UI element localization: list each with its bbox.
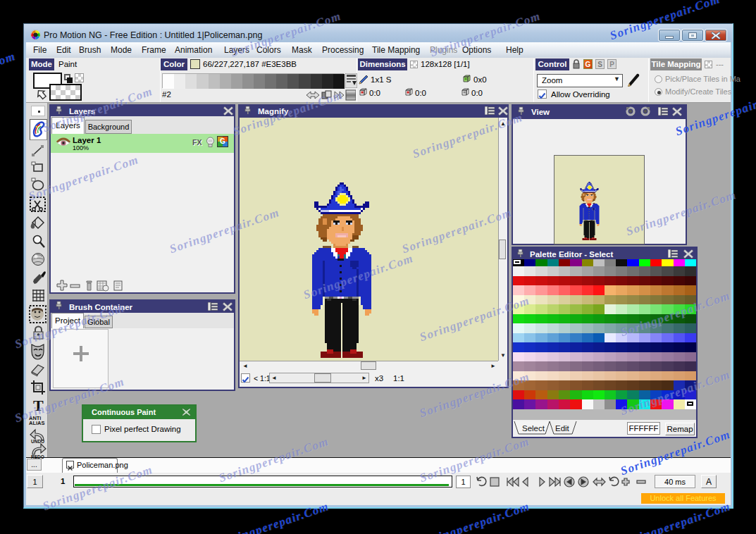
svg-text:Select: Select <box>522 424 545 433</box>
svg-text:Edit: Edit <box>555 424 570 433</box>
